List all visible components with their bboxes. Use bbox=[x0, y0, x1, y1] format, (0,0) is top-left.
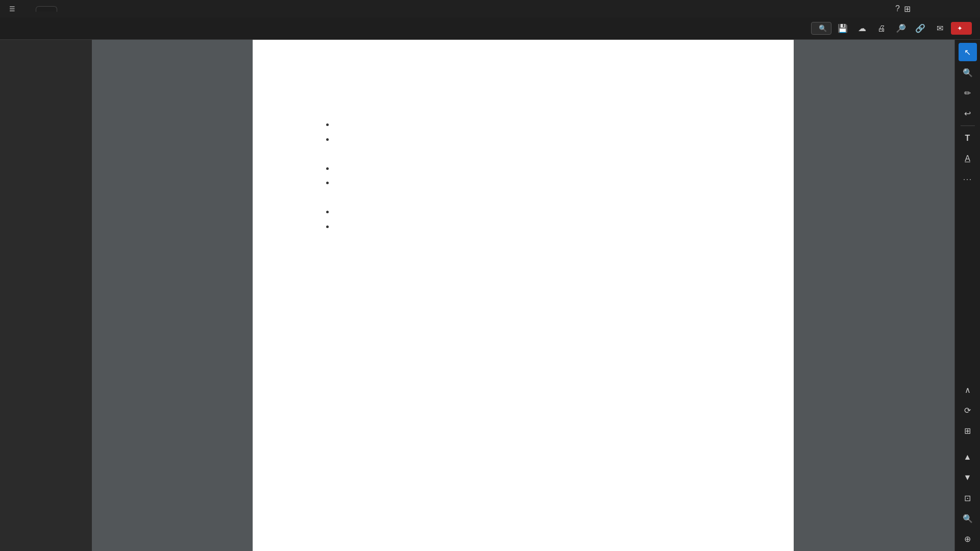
zoom-magnify-icon: 🔍 bbox=[963, 68, 973, 78]
pdf-container bbox=[92, 40, 954, 551]
undo-tool[interactable]: ↩ bbox=[959, 104, 977, 122]
list-item bbox=[334, 205, 753, 219]
zoom-in-icon: ⊕ bbox=[964, 534, 971, 544]
close-button[interactable] bbox=[964, 0, 976, 17]
cloud-icon: ☁ bbox=[858, 23, 866, 33]
highlight-icon: A bbox=[965, 154, 970, 163]
zoom-out-icon: 🔍 bbox=[963, 514, 973, 523]
save-button[interactable]: 💾 bbox=[835, 20, 851, 37]
pdf-page bbox=[253, 40, 794, 551]
convert-button[interactable] bbox=[37, 26, 49, 31]
titlebar-right: ? ⊞ bbox=[895, 0, 976, 17]
up-arrow-icon: ▲ bbox=[964, 453, 972, 462]
mail-button[interactable]: ✉ bbox=[932, 20, 948, 37]
share-button[interactable]: ☁ bbox=[854, 20, 870, 37]
cursor-icon: ↖ bbox=[964, 47, 971, 57]
scroll-down-button[interactable]: ⊞ bbox=[959, 421, 977, 440]
cursor-tool[interactable]: ↖ bbox=[959, 43, 977, 61]
zoom-reset-icon: ⊡ bbox=[964, 493, 971, 503]
titlebar: ☰ ? ⊞ bbox=[0, 0, 980, 17]
menu-button[interactable]: ☰ bbox=[4, 3, 23, 15]
help-icon[interactable]: ? bbox=[895, 4, 900, 13]
titlebar-left: ☰ bbox=[4, 3, 895, 15]
scroll-refresh-button[interactable]: ⟳ bbox=[959, 401, 977, 419]
text-tool[interactable]: T bbox=[959, 129, 977, 147]
home-button[interactable] bbox=[26, 7, 34, 11]
minimize-button[interactable] bbox=[931, 0, 943, 17]
find-input[interactable]: 🔍 bbox=[811, 22, 831, 35]
zoom-fit-icon: ⊞ bbox=[964, 426, 971, 436]
list-item bbox=[334, 219, 753, 234]
zoom-in-button[interactable]: ⊕ bbox=[959, 530, 977, 548]
tab-bar bbox=[36, 6, 68, 12]
sidebar-divider bbox=[961, 126, 975, 126]
more-tools-button[interactable]: ··· bbox=[959, 170, 977, 188]
apps-grid-icon[interactable]: ⊞ bbox=[904, 4, 911, 14]
list-item bbox=[334, 117, 753, 132]
list-item bbox=[334, 132, 753, 147]
new-tab-button[interactable] bbox=[58, 7, 68, 11]
save-icon: 💾 bbox=[838, 23, 848, 33]
scroll-down-arrow[interactable]: ▼ bbox=[959, 468, 977, 487]
toolbar: 🔍 💾 ☁ 🖨 🔎 🔗 ✉ ✦ bbox=[0, 17, 980, 40]
zoom-out-button[interactable]: 🔍 bbox=[959, 509, 977, 528]
pen-icon: ✏ bbox=[964, 88, 971, 98]
scroll-up-arrow[interactable]: ▲ bbox=[959, 448, 977, 466]
main-area: ↖ 🔍 ✏ ↩ T A ··· ∧ ⟳ ⊞ bbox=[0, 40, 980, 551]
print-icon: 🖨 bbox=[877, 24, 886, 33]
find-search-icon: 🔍 bbox=[819, 24, 827, 32]
down-arrow-icon: ▼ bbox=[964, 473, 972, 482]
ellipsis-icon: ··· bbox=[963, 174, 972, 185]
link-icon: 🔗 bbox=[915, 23, 925, 33]
left-margin bbox=[0, 40, 92, 551]
bullet-list-2 bbox=[314, 161, 753, 191]
mail-icon: ✉ bbox=[937, 23, 943, 33]
refresh-icon: ⟳ bbox=[964, 406, 971, 415]
undo-icon: ↩ bbox=[964, 109, 971, 118]
list-item bbox=[334, 176, 753, 190]
ai-assistant-button[interactable]: ✦ bbox=[951, 22, 972, 35]
zoom-button[interactable]: 🔎 bbox=[893, 20, 909, 37]
print-button[interactable]: 🖨 bbox=[873, 20, 890, 37]
zoom-tool[interactable]: 🔍 bbox=[959, 63, 977, 82]
bullet-list-3 bbox=[314, 205, 753, 234]
zoom-icon: 🔎 bbox=[896, 23, 906, 33]
all-tools-button[interactable] bbox=[8, 26, 20, 31]
list-item bbox=[334, 161, 753, 176]
link-button[interactable]: 🔗 bbox=[912, 20, 928, 37]
zoom-reset-button[interactable]: ⊡ bbox=[959, 489, 977, 507]
sign-in-button[interactable] bbox=[915, 7, 927, 11]
edit-button[interactable] bbox=[22, 26, 35, 31]
hamburger-icon: ☰ bbox=[9, 5, 15, 13]
pen-tool[interactable]: ✏ bbox=[959, 84, 977, 102]
toolbar-right: 🔍 💾 ☁ 🖨 🔎 🔗 ✉ ✦ bbox=[811, 20, 972, 37]
chevron-up-icon: ∧ bbox=[965, 385, 971, 395]
ai-icon: ✦ bbox=[957, 24, 963, 32]
restore-button[interactable] bbox=[947, 0, 960, 17]
bullet-list-1 bbox=[314, 117, 753, 147]
highlight-tool[interactable]: A bbox=[959, 149, 977, 168]
right-sidebar: ↖ 🔍 ✏ ↩ T A ··· ∧ ⟳ ⊞ bbox=[954, 40, 980, 551]
active-tab[interactable] bbox=[36, 6, 57, 12]
text-icon: T bbox=[965, 134, 970, 143]
esign-button[interactable] bbox=[51, 26, 63, 31]
scroll-up-button[interactable]: ∧ bbox=[959, 381, 977, 399]
